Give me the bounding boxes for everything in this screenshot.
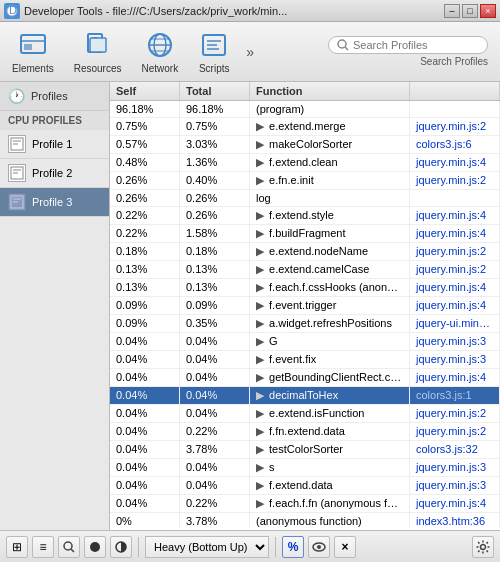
table-row[interactable]: 0.26%0.26%log <box>110 190 500 207</box>
cell-total: 0.04% <box>180 333 250 350</box>
table-row[interactable]: 0.04%0.04%▶ f.extend.datajquery.min.js:3 <box>110 477 500 495</box>
table-row[interactable]: 0.04%0.22%▶ f.fn.extend.datajquery.min.j… <box>110 423 500 441</box>
cell-total: 0.13% <box>180 261 250 278</box>
cell-file[interactable]: jquery.min.js:2 <box>410 118 500 135</box>
cell-file[interactable]: jquery.min.js:3 <box>410 351 500 368</box>
sidebar: 🕐 Profiles CPU PROFILES Profile 1 Profil… <box>0 82 110 530</box>
cell-file[interactable]: colors3.js:6 <box>410 136 500 153</box>
cell-file[interactable]: colors3.js:32 <box>410 441 500 458</box>
maximize-button[interactable]: □ <box>462 4 478 18</box>
cell-total: 3.78% <box>180 513 250 527</box>
table-row[interactable]: 0.26%0.40%▶ e.fn.e.initjquery.min.js:2 <box>110 172 500 190</box>
minimize-button[interactable]: – <box>444 4 460 18</box>
elements-label: Elements <box>12 63 54 74</box>
cell-file[interactable]: jquery.min.js:3 <box>410 459 500 476</box>
cell-file[interactable]: jquery.min.js:2 <box>410 405 500 422</box>
table-row[interactable]: 0.04%0.04%▶ e.extend.isFunctionjquery.mi… <box>110 405 500 423</box>
toolbar-resources[interactable]: Resources <box>66 25 130 78</box>
bottom-btn-grid[interactable]: ⊞ <box>6 536 28 558</box>
table-row[interactable]: 0%3.78%(anonymous function)index3.htm:36 <box>110 513 500 527</box>
search-input[interactable] <box>353 39 473 51</box>
cell-total: 0.04% <box>180 477 250 494</box>
cell-file[interactable]: jquery.min.js:4 <box>410 279 500 296</box>
cell-file[interactable]: jquery.min.js:4 <box>410 369 500 386</box>
bottom-btn-percent[interactable]: % <box>282 536 304 558</box>
table-row[interactable]: 0.13%0.13%▶ f.each.f.cssHooks (anonym...… <box>110 279 500 297</box>
view-mode-select[interactable]: Heavy (Bottom Up) Tree (Top Down) Flat <box>145 536 269 558</box>
cell-file[interactable]: jquery.min.js:2 <box>410 172 500 189</box>
cell-total: 0.22% <box>180 495 250 512</box>
search-box[interactable] <box>328 36 488 54</box>
cell-function: ▶ e.extend.camelCase <box>250 261 410 278</box>
col-self: Self <box>110 82 180 100</box>
cell-self: 0.04% <box>110 351 180 368</box>
bottom-btn-toggle[interactable] <box>110 536 132 558</box>
svg-point-35 <box>481 544 486 549</box>
sidebar-item-profile1[interactable]: Profile 1 <box>0 130 109 159</box>
cell-file[interactable]: jquery.min.js:2 <box>410 243 500 260</box>
toolbar-scripts[interactable]: Scripts <box>190 25 238 78</box>
profile3-label: Profile 3 <box>32 196 72 208</box>
cell-function: ▶ f.extend.data <box>250 477 410 494</box>
cell-total: 0.18% <box>180 243 250 260</box>
table-row[interactable]: 96.18%96.18%(program) <box>110 101 500 118</box>
table-row[interactable]: 0.48%1.36%▶ f.extend.cleanjquery.min.js:… <box>110 154 500 172</box>
cell-function: ▶ f.each.f.fn (anonymous fun... <box>250 495 410 512</box>
clock-icon: 🕐 <box>8 88 25 104</box>
table-row[interactable]: 0.75%0.75%▶ e.extend.mergejquery.min.js:… <box>110 118 500 136</box>
cell-file[interactable]: jquery-ui.min.js:11 <box>410 315 500 332</box>
table-row[interactable]: 0.09%0.09%▶ f.event.triggerjquery.min.js… <box>110 297 500 315</box>
table-row[interactable]: 0.04%0.04%▶ decimalToHexcolors3.js:1 <box>110 387 500 405</box>
bottom-btn-list[interactable]: ≡ <box>32 536 54 558</box>
more-button[interactable]: » <box>242 44 258 60</box>
cell-file[interactable] <box>410 101 500 117</box>
table-row[interactable]: 0.09%0.35%▶ a.widget.refreshPositionsjqu… <box>110 315 500 333</box>
table-row[interactable]: 0.04%0.04%▶ Gjquery.min.js:3 <box>110 333 500 351</box>
cell-self: 0.26% <box>110 172 180 189</box>
sidebar-item-profile2[interactable]: Profile 2 <box>0 159 109 188</box>
table-row[interactable]: 0.04%0.04%▶ f.event.fixjquery.min.js:3 <box>110 351 500 369</box>
cell-self: 0.13% <box>110 261 180 278</box>
bottom-btn-gear[interactable] <box>472 536 494 558</box>
cell-self: 0.26% <box>110 190 180 206</box>
svg-point-34 <box>317 545 321 549</box>
cell-file[interactable]: jquery.min.js:2 <box>410 261 500 278</box>
table-row[interactable]: 0.22%1.58%▶ f.buildFragmentjquery.min.js… <box>110 225 500 243</box>
cell-file[interactable]: jquery.min.js:4 <box>410 297 500 314</box>
cell-file[interactable] <box>410 190 500 206</box>
table-row[interactable]: 0.04%0.22%▶ f.each.f.fn (anonymous fun..… <box>110 495 500 513</box>
cell-file[interactable]: jquery.min.js:4 <box>410 225 500 242</box>
search-area: Search Profiles <box>262 36 496 67</box>
table-row[interactable]: 0.57%3.03%▶ makeColorSortercolors3.js:6 <box>110 136 500 154</box>
table-row[interactable]: 0.04%0.04%▶ getBoundingClientRect.c.d...… <box>110 369 500 387</box>
cell-file[interactable]: colors3.js:1 <box>410 387 500 404</box>
cell-file[interactable]: jquery.min.js:3 <box>410 333 500 350</box>
bottom-btn-close[interactable]: × <box>334 536 356 558</box>
profile-table: Self Total Function 96.18%96.18%(program… <box>110 82 500 530</box>
cell-file[interactable]: index3.htm:36 <box>410 513 500 527</box>
cell-self: 0.75% <box>110 118 180 135</box>
cell-self: 96.18% <box>110 101 180 117</box>
sidebar-item-profile3[interactable]: Profile 3 <box>0 188 109 217</box>
table-row[interactable]: 0.22%0.26%▶ f.extend.stylejquery.min.js:… <box>110 207 500 225</box>
table-body[interactable]: 96.18%96.18%(program)0.75%0.75%▶ e.exten… <box>110 101 500 527</box>
table-row[interactable]: 0.04%3.78%▶ testColorSortercolors3.js:32 <box>110 441 500 459</box>
table-row[interactable]: 0.18%0.18%▶ e.extend.nodeNamejquery.min.… <box>110 243 500 261</box>
bottom-btn-search[interactable] <box>58 536 80 558</box>
cell-file[interactable]: jquery.min.js:4 <box>410 154 500 171</box>
close-button[interactable]: × <box>480 4 496 18</box>
cell-function: ▶ f.each.f.cssHooks (anonym... <box>250 279 410 296</box>
cell-file[interactable]: jquery.min.js:4 <box>410 207 500 224</box>
table-row[interactable]: 0.04%0.04%▶ sjquery.min.js:3 <box>110 459 500 477</box>
toolbar-network[interactable]: Network <box>134 25 187 78</box>
cell-file[interactable]: jquery.min.js:3 <box>410 477 500 494</box>
toolbar-elements[interactable]: Elements <box>4 25 62 78</box>
cell-self: 0.04% <box>110 387 180 404</box>
cell-file[interactable]: jquery.min.js:2 <box>410 423 500 440</box>
bottom-separator-2 <box>275 537 276 557</box>
bottom-btn-eye[interactable] <box>308 536 330 558</box>
cell-file[interactable]: jquery.min.js:4 <box>410 495 500 512</box>
bottom-btn-record[interactable] <box>84 536 106 558</box>
cell-self: 0.22% <box>110 207 180 224</box>
table-row[interactable]: 0.13%0.13%▶ e.extend.camelCasejquery.min… <box>110 261 500 279</box>
